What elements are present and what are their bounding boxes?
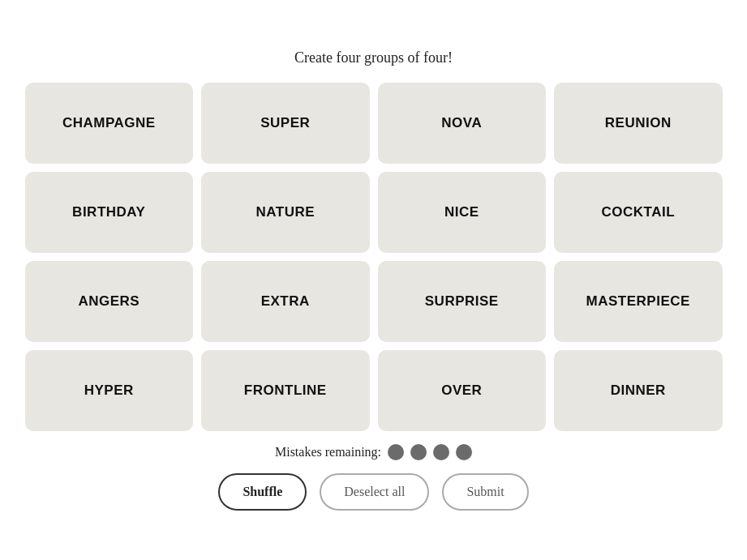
mistake-dot-2 — [410, 444, 427, 460]
tile-surprise[interactable]: SURPRISE — [378, 261, 547, 342]
shuffle-button[interactable]: Shuffle — [218, 473, 307, 511]
tile-label-dinner: DINNER — [604, 383, 672, 399]
buttons-row: Shuffle Deselect all Submit — [218, 473, 528, 511]
tile-nova[interactable]: NOVA — [378, 83, 547, 164]
tile-label-extra: EXTRA — [255, 293, 316, 310]
deselect-button[interactable]: Deselect all — [320, 473, 429, 511]
mistakes-label: Mistakes remaining: — [275, 445, 381, 460]
tile-label-masterpiece: MASTERPIECE — [580, 293, 697, 310]
tile-nice[interactable]: NICE — [378, 172, 547, 253]
mistake-dot-1 — [388, 444, 404, 460]
tile-birthday[interactable]: BIRTHDAY — [25, 172, 194, 253]
tile-super[interactable]: SUPER — [201, 83, 370, 164]
mistakes-dots — [388, 444, 472, 460]
game-container: Create four groups of four! CHAMPAGNESUP… — [25, 49, 723, 511]
tile-label-hyper: HYPER — [78, 383, 140, 399]
tile-nature[interactable]: NATURE — [201, 172, 370, 253]
tile-label-surprise: SURPRISE — [419, 293, 505, 310]
tile-label-nature: NATURE — [249, 204, 321, 220]
tile-extra[interactable]: EXTRA — [201, 261, 370, 342]
tile-dinner[interactable]: DINNER — [554, 350, 723, 431]
word-grid: CHAMPAGNESUPERNOVAREUNIONBIRTHDAYNATUREN… — [25, 83, 723, 431]
tile-frontline[interactable]: FRONTLINE — [201, 350, 370, 431]
tile-cocktail[interactable]: COCKTAIL — [554, 172, 723, 253]
tile-label-cocktail: COCKTAIL — [595, 204, 681, 220]
instruction-text: Create four groups of four! — [294, 49, 453, 66]
tile-masterpiece[interactable]: MASTERPIECE — [554, 261, 723, 342]
submit-button[interactable]: Submit — [442, 473, 528, 511]
tile-label-nova: NOVA — [435, 115, 488, 131]
mistake-dot-3 — [433, 444, 449, 460]
tile-label-over: OVER — [435, 383, 488, 399]
mistake-dot-4 — [456, 444, 472, 460]
tile-over[interactable]: OVER — [378, 350, 547, 431]
tile-label-champagne: CHAMPAGNE — [56, 115, 162, 131]
tile-label-angers: ANGERS — [71, 293, 146, 310]
tile-label-nice: NICE — [438, 204, 486, 220]
tile-label-reunion: REUNION — [599, 115, 678, 131]
tile-reunion[interactable]: REUNION — [554, 83, 723, 164]
tile-angers[interactable]: ANGERS — [25, 261, 194, 342]
tile-label-frontline: FRONTLINE — [238, 383, 333, 399]
tile-label-birthday: BIRTHDAY — [66, 204, 152, 220]
tile-champagne[interactable]: CHAMPAGNE — [25, 83, 194, 164]
tile-hyper[interactable]: HYPER — [25, 350, 194, 431]
tile-label-super: SUPER — [254, 115, 316, 131]
mistakes-row: Mistakes remaining: — [275, 444, 472, 460]
